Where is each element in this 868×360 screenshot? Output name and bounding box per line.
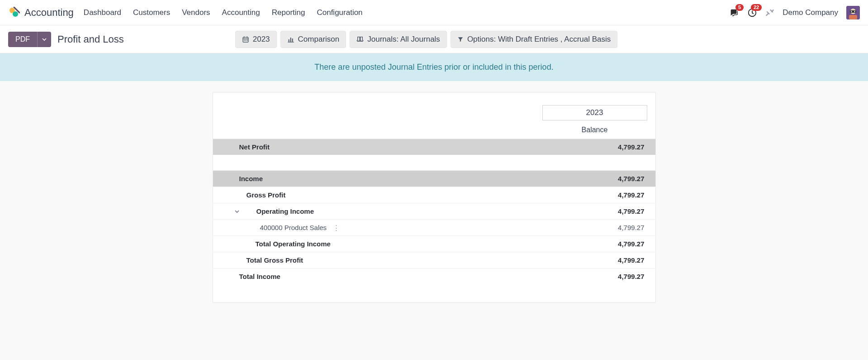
- svg-rect-18: [290, 38, 291, 42]
- svg-point-8: [854, 11, 855, 12]
- pdf-dropdown-toggle[interactable]: [37, 32, 51, 47]
- product-sales-amount: 4,799.27: [542, 224, 647, 231]
- svg-rect-20: [288, 42, 294, 42]
- menu-accounting[interactable]: Accounting: [222, 8, 260, 17]
- row-income[interactable]: Income 4,799.27: [213, 170, 655, 187]
- controlbar: PDF Profit and Loss 2023 Comparison Jour…: [0, 25, 868, 53]
- row-actions-icon[interactable]: ⋮: [333, 224, 340, 232]
- balance-column-header: Balance: [213, 123, 655, 139]
- row-total-operating-income[interactable]: Total Operating Income 4,799.27: [213, 235, 655, 252]
- svg-rect-13: [243, 38, 248, 39]
- row-net-profit[interactable]: Net Profit 4,799.27: [213, 139, 655, 155]
- svg-rect-15: [245, 39, 246, 40]
- total-gross-profit-label: Total Gross Profit: [247, 256, 304, 264]
- row-total-gross-profit[interactable]: Total Gross Profit 4,799.27: [213, 252, 655, 268]
- topbar: Accounting Dashboard Customers Vendors A…: [0, 0, 868, 25]
- journals-filter-label: Journals: All Journals: [367, 35, 440, 44]
- product-sales-label: 400000 Product Sales: [260, 224, 327, 231]
- svg-rect-12: [247, 36, 247, 38]
- menu-reporting[interactable]: Reporting: [272, 8, 305, 17]
- balance-label-text: Balance: [542, 126, 647, 134]
- gross-profit-amount: 4,799.27: [542, 191, 647, 199]
- report-year-chip[interactable]: 2023: [542, 105, 647, 120]
- pdf-button[interactable]: PDF: [8, 32, 37, 47]
- gross-profit-label: Gross Profit: [247, 191, 286, 199]
- row-operating-income[interactable]: Operating Income 4,799.27: [213, 203, 655, 219]
- menu-configuration[interactable]: Configuration: [317, 8, 362, 17]
- menu-dashboard[interactable]: Dashboard: [84, 8, 121, 17]
- pdf-button-group: PDF: [8, 32, 51, 47]
- menu-customers[interactable]: Customers: [133, 8, 170, 17]
- caret-down-icon: [42, 35, 47, 43]
- svg-rect-14: [244, 39, 245, 40]
- total-income-label: Total Income: [239, 273, 280, 280]
- svg-point-1: [13, 11, 18, 17]
- options-filter[interactable]: Options: With Draft Entries , Accrual Ba…: [451, 31, 617, 48]
- avatar[interactable]: [846, 6, 860, 19]
- row-product-sales[interactable]: 400000 Product Sales ⋮ 4,799.27: [213, 219, 655, 235]
- total-gross-profit-amount: 4,799.27: [542, 256, 647, 264]
- menu-vendors[interactable]: Vendors: [182, 8, 210, 17]
- activities-badge: 22: [751, 4, 762, 11]
- net-profit-label: Net Profit: [239, 143, 270, 151]
- svg-rect-9: [849, 15, 857, 19]
- tools-icon[interactable]: [765, 8, 774, 17]
- app-title[interactable]: Accounting: [24, 7, 74, 19]
- journals-filter[interactable]: Journals: All Journals: [350, 31, 447, 48]
- row-gross-profit[interactable]: Gross Profit 4,799.27: [213, 187, 655, 203]
- profit-and-loss-report: 2023 Balance Net Profit 4,799.27 Income …: [213, 92, 656, 303]
- total-income-amount: 4,799.27: [542, 273, 647, 280]
- unposted-entries-alert[interactable]: There are unposted Journal Entries prior…: [0, 53, 868, 81]
- filter-icon: [457, 36, 464, 43]
- operating-income-label: Operating Income: [256, 207, 314, 215]
- filter-group: 2023 Comparison Journals: All Journals O…: [235, 31, 618, 48]
- topbar-right: 5 22 Demo Company: [729, 6, 860, 19]
- svg-rect-6: [850, 10, 856, 13]
- svg-rect-11: [244, 36, 244, 38]
- options-filter-label: Options: With Draft Entries , Accrual Ba…: [467, 35, 611, 44]
- svg-rect-16: [247, 39, 247, 40]
- income-amount: 4,799.27: [542, 175, 647, 182]
- messages-icon[interactable]: 5: [729, 8, 739, 18]
- book-icon: [356, 36, 364, 43]
- net-profit-amount: 4,799.27: [542, 143, 647, 151]
- svg-rect-17: [288, 39, 289, 42]
- row-total-income[interactable]: Total Income 4,799.27: [213, 268, 655, 284]
- svg-point-7: [851, 11, 852, 12]
- comparison-filter[interactable]: Comparison: [280, 31, 346, 48]
- caret-down-icon[interactable]: [234, 209, 240, 214]
- spacer: [213, 155, 655, 170]
- calendar-icon: [242, 36, 249, 43]
- main-menu: Dashboard Customers Vendors Accounting R…: [84, 8, 363, 17]
- total-operating-income-amount: 4,799.27: [542, 240, 647, 248]
- period-filter[interactable]: 2023: [235, 31, 277, 48]
- report-title: Profit and Loss: [57, 34, 124, 45]
- activities-icon[interactable]: 22: [747, 8, 757, 18]
- alert-text: There are unposted Journal Entries prior…: [314, 62, 553, 72]
- total-operating-income-label: Total Operating Income: [256, 240, 331, 248]
- operating-income-amount: 4,799.27: [542, 207, 647, 215]
- comparison-filter-label: Comparison: [298, 35, 340, 44]
- bar-chart-icon: [287, 36, 294, 43]
- report-container: 2023 Balance Net Profit 4,799.27 Income …: [0, 81, 868, 321]
- messages-badge: 5: [735, 4, 744, 11]
- period-filter-label: 2023: [253, 35, 270, 44]
- income-label: Income: [239, 175, 263, 182]
- svg-rect-19: [292, 38, 293, 42]
- report-column-header: 2023: [213, 105, 655, 123]
- company-switcher[interactable]: Demo Company: [783, 8, 838, 17]
- app-logo-icon[interactable]: [8, 7, 20, 19]
